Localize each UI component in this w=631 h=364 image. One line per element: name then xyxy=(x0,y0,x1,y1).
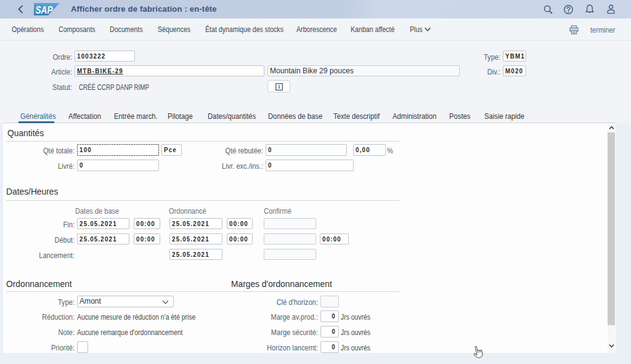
svg-text:SAP: SAP xyxy=(36,4,54,16)
